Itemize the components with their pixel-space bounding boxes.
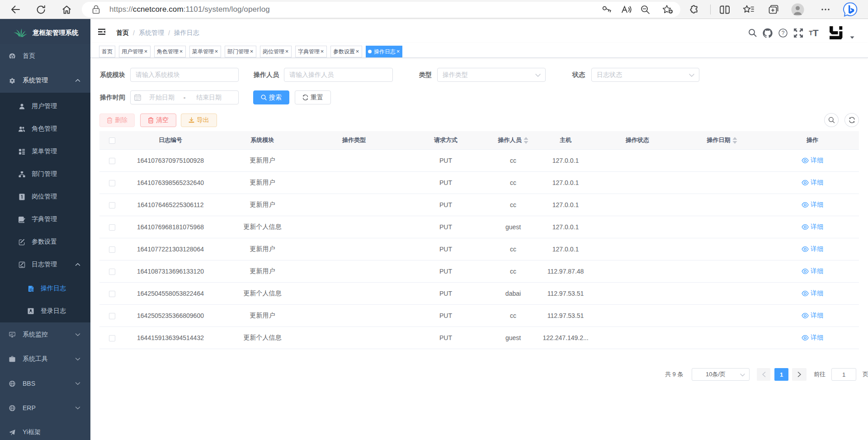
svg-text:?: ? <box>782 30 785 36</box>
